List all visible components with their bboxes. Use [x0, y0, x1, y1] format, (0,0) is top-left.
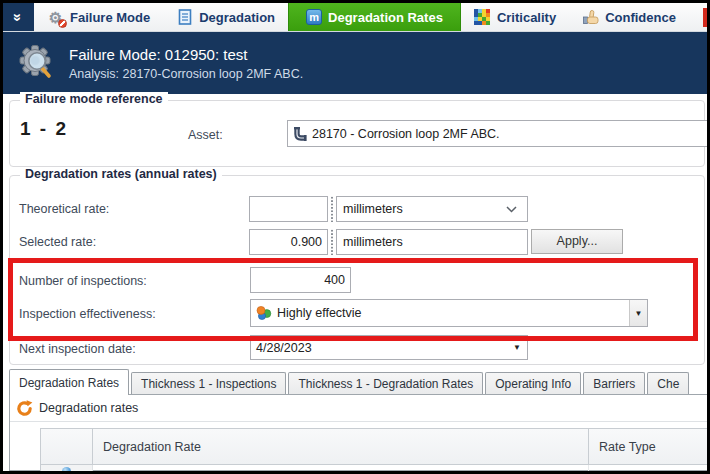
clipped-toolbar-icon	[703, 8, 707, 27]
next-inspection-date-label: Next inspection date:	[19, 342, 136, 356]
tab-degradation-rates[interactable]: Degradation Rates	[9, 369, 129, 395]
next-inspection-date-value: 4/28/2023	[256, 341, 312, 355]
degradation-rates-group: Degradation rates (annual rates) Theoret…	[9, 175, 705, 365]
toolbar-item-degradation[interactable]: Degradation	[163, 3, 288, 31]
tab-thickness-1-inspections[interactable]: Thickness 1 - Inspections	[131, 372, 286, 395]
pipe-elbow-icon	[293, 126, 307, 142]
grid-selector-header[interactable]	[41, 429, 93, 464]
page-title: Failure Mode: 012950: test	[69, 46, 303, 63]
document-icon	[176, 9, 193, 26]
gear-blocked-icon: ⚙	[47, 9, 64, 26]
toolbar-item-failure-mode[interactable]: ⚙ Failure Mode	[34, 3, 163, 31]
selected-rate-input[interactable]	[249, 229, 328, 255]
theoretical-unit-select[interactable]: millimeters	[336, 196, 528, 222]
chevron-double-down-icon: »	[11, 13, 26, 21]
asset-label: Asset:	[188, 128, 223, 142]
asset-value: 28170 - Corrosion loop 2MF ABC.	[312, 127, 500, 141]
colored-balls-icon	[256, 305, 272, 321]
degradation-rates-grid: Degradation Rate Rate Type	[40, 428, 710, 472]
app-window: » ⚙ Failure Mode Degradation m Degradati…	[0, 0, 710, 474]
blue-sphere-icon	[62, 467, 71, 474]
toolbar-label: Failure Mode	[70, 10, 150, 25]
thumbs-up-icon	[582, 9, 599, 26]
tab-clipped[interactable]: Che	[647, 372, 689, 395]
panel-subheader: Degradation rates	[10, 395, 710, 422]
detail-tabstrip: Degradation Rates Thickness 1 - Inspecti…	[9, 369, 707, 395]
toolbar-label: Criticality	[497, 10, 556, 25]
toolbar-label: Degradation Rates	[328, 10, 443, 25]
selected-rate-label: Selected rate:	[19, 235, 96, 249]
group-legend: Degradation rates (annual rates)	[20, 167, 222, 181]
selected-unit-value: millimeters	[343, 235, 403, 249]
grid-header-row: Degradation Rate Rate Type	[41, 429, 710, 465]
row-selector-cell[interactable]	[41, 465, 93, 474]
record-header: Failure Mode: 012950: test Analysis: 281…	[3, 32, 707, 94]
theoretical-rate-label: Theoretical rate:	[19, 202, 109, 216]
collapse-toolbar-button[interactable]: »	[3, 3, 34, 31]
reference-range: 1 - 2	[20, 118, 68, 140]
dropdown-arrow-button[interactable]: ▼	[629, 300, 647, 326]
grid-header-rate-type[interactable]: Rate Type	[589, 429, 710, 464]
grid-header-degradation-rate[interactable]: Degradation Rate	[93, 429, 589, 464]
row-rate-cell[interactable]	[93, 465, 589, 474]
number-of-inspections-label: Number of inspections:	[19, 274, 147, 288]
row-type-cell[interactable]	[589, 465, 710, 474]
next-inspection-date-select[interactable]: 4/28/2023 ▼	[250, 335, 528, 360]
ribbon-toolbar: » ⚙ Failure Mode Degradation m Degradati…	[3, 3, 707, 32]
dropdown-arrow-icon[interactable]: ▼	[507, 343, 527, 352]
panel-title: Degradation rates	[39, 401, 138, 415]
group-legend: Failure mode reference	[20, 92, 168, 106]
risk-matrix-icon	[474, 9, 491, 26]
apply-button[interactable]: Apply...	[531, 229, 623, 254]
selected-unit-field[interactable]: millimeters	[336, 229, 528, 255]
toolbar-label: Degradation	[199, 10, 275, 25]
splitter-grip[interactable]	[329, 229, 335, 255]
page-subtitle: Analysis: 28170-Corrosion loop 2MF ABC.	[69, 67, 303, 81]
m-badge-icon: m	[306, 9, 322, 25]
tab-thickness-1-degradation-rates[interactable]: Thickness 1 - Degradation Rates	[288, 372, 483, 395]
failure-mode-reference-group: Failure mode reference 1 - 2 Asset: 2817…	[9, 100, 705, 167]
chevron-down-icon	[506, 206, 517, 213]
asset-field[interactable]: 28170 - Corrosion loop 2MF ABC.	[287, 120, 710, 147]
grid-row[interactable]	[41, 465, 710, 474]
toolbar-item-degradation-rates[interactable]: m Degradation Rates	[288, 3, 461, 31]
splitter-grip[interactable]	[329, 196, 335, 222]
toolbar-label: Confidence	[605, 10, 676, 25]
theoretical-rate-input[interactable]	[249, 196, 328, 222]
inspection-effectiveness-label: Inspection effectiveness:	[19, 307, 156, 321]
gear-magnifier-icon	[13, 39, 57, 87]
theoretical-unit-value: millimeters	[343, 202, 403, 216]
refresh-icon	[16, 400, 33, 417]
number-of-inspections-input[interactable]	[250, 267, 351, 293]
toolbar-item-criticality[interactable]: Criticality	[461, 3, 569, 31]
toolbar-item-confidence[interactable]: Confidence	[569, 3, 689, 31]
tab-barriers[interactable]: Barriers	[583, 372, 645, 395]
tab-operating-info[interactable]: Operating Info	[485, 372, 581, 395]
degradation-rates-panel: Degradation rates Degradation Rate Rate …	[9, 394, 710, 471]
inspection-effectiveness-value: Highly effectvie	[277, 306, 362, 320]
inspection-effectiveness-select[interactable]: Highly effectvie ▼	[250, 299, 648, 327]
